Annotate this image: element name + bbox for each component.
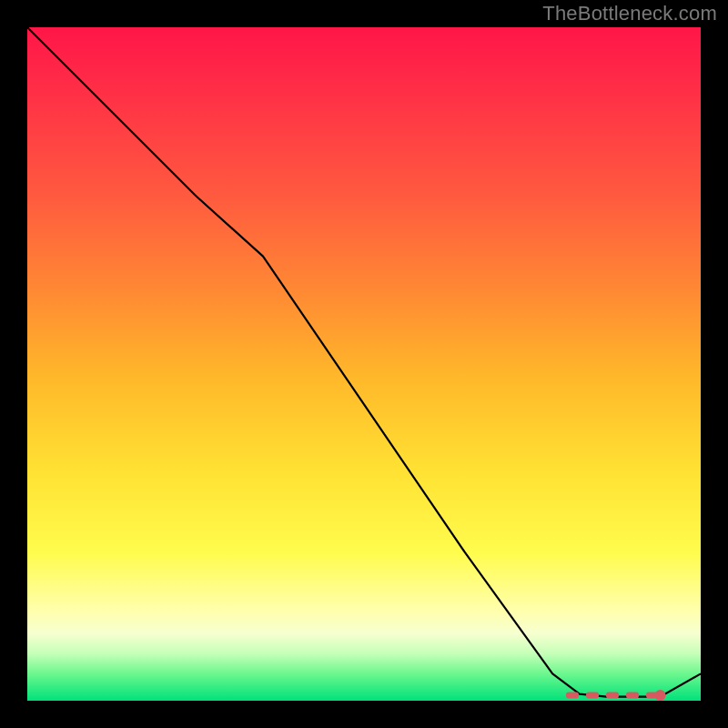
optimal-dash: [566, 693, 579, 699]
watermark-text: TheBottleneck.com: [542, 2, 717, 25]
optimal-dash: [586, 693, 599, 699]
optimal-dash: [626, 693, 639, 699]
optimal-dash: [606, 693, 619, 699]
end-marker: [655, 690, 666, 701]
chart-svg: [27, 27, 701, 701]
plot-area: [27, 27, 701, 701]
bottleneck-curve: [27, 27, 701, 697]
chart-frame: TheBottleneck.com: [0, 0, 728, 728]
